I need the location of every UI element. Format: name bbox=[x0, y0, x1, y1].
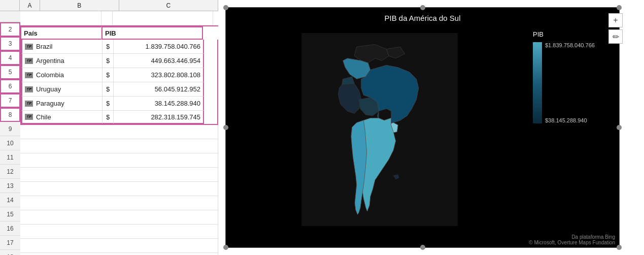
cell-colombia-value[interactable]: 323.802.808.108 bbox=[114, 68, 204, 82]
resize-handle-tm[interactable] bbox=[420, 5, 425, 10]
uruguay-label: Uruguay bbox=[36, 85, 61, 93]
empty-row-13 bbox=[20, 182, 218, 196]
cell-argentina-name[interactable]: 🗺 Argentina bbox=[21, 54, 103, 68]
cell-uruguay-dollar[interactable]: $ bbox=[103, 82, 114, 97]
legend-labels: $1.839.758.040.766 $38.145.288.940 bbox=[542, 42, 595, 123]
legend-area: PIB $1.839.758.040.766 $38.145.288.940 bbox=[533, 25, 619, 233]
table-row-chile: 🗺 Chile $ 282.318.159.745 bbox=[20, 111, 218, 125]
legend-min-label: $38.145.288.940 bbox=[545, 117, 595, 123]
cell-a1[interactable] bbox=[20, 11, 101, 25]
resize-handle-bl[interactable] bbox=[223, 245, 228, 250]
col-header-c[interactable]: C bbox=[119, 0, 218, 11]
col-header-a[interactable]: A bbox=[20, 0, 40, 11]
flag-icon-brazil: 🗺 bbox=[25, 44, 33, 50]
cell-colombia-dollar[interactable]: $ bbox=[103, 68, 114, 82]
cell-chile-value[interactable]: 282.318.159.745 bbox=[114, 111, 204, 124]
row-num-15: 15 bbox=[0, 207, 20, 221]
argentina-label: Argentina bbox=[36, 57, 64, 65]
empty-row-12 bbox=[20, 168, 218, 182]
chart: PIB da América do Sul bbox=[225, 7, 620, 248]
legend-gradient-bar bbox=[533, 42, 542, 123]
cell-brazil-value[interactable]: 1.839.758.040.766 bbox=[114, 40, 204, 54]
empty-row-17 bbox=[20, 239, 218, 253]
chile-label: Chile bbox=[36, 113, 51, 121]
spreadsheet: A B C 2 3 4 5 6 7 8 9 10 11 12 13 14 15 bbox=[0, 0, 644, 255]
cell-brazil-dollar[interactable]: $ bbox=[103, 40, 114, 54]
col-headers: A B C bbox=[0, 0, 218, 11]
chart-footer-line1: Da plataforma Bing bbox=[230, 234, 615, 240]
left-panel: A B C 2 3 4 5 6 7 8 9 10 11 12 13 14 15 bbox=[0, 0, 218, 255]
chart-body: PIB $1.839.758.040.766 $38.145.288.940 bbox=[226, 25, 619, 233]
cell-paraguay-name[interactable]: 🗺 Paraguay bbox=[21, 97, 103, 111]
legend-max-label: $1.839.758.040.766 bbox=[545, 42, 595, 48]
flag-icon-argentina: 🗺 bbox=[25, 58, 33, 64]
colombia-label: Colombia bbox=[36, 71, 64, 79]
table-row-brazil: 🗺 Brazil $ 1.839.758.040.766 bbox=[20, 40, 218, 54]
table-row-argentina: 🗺 Argentina $ 449.663.446.954 bbox=[20, 54, 218, 68]
row-num-14: 14 bbox=[0, 193, 20, 207]
flag-icon-paraguay: 🗺 bbox=[25, 101, 33, 107]
plus-icon: + bbox=[613, 16, 618, 25]
table-row-uruguay: 🗺 Uruguay $ 56.045.912.952 bbox=[20, 82, 218, 97]
flag-icon-uruguay: 🗺 bbox=[25, 86, 33, 92]
corner-cell bbox=[0, 0, 20, 11]
empty-row-14 bbox=[20, 196, 218, 210]
row-num-10: 10 bbox=[0, 136, 20, 150]
legend-bar-container: $1.839.758.040.766 $38.145.288.940 bbox=[533, 42, 595, 123]
cell-argentina-dollar[interactable]: $ bbox=[103, 54, 114, 68]
chart-region: PIB da América do Sul bbox=[218, 0, 644, 255]
resize-handle-br[interactable] bbox=[617, 245, 622, 250]
header-pais[interactable]: País bbox=[20, 26, 101, 40]
add-element-button[interactable]: + bbox=[608, 13, 623, 27]
table-row-header: País PIB bbox=[20, 25, 218, 40]
cell-chile-name[interactable]: 🗺 Chile bbox=[21, 111, 103, 124]
header-pib[interactable]: PIB bbox=[101, 26, 203, 40]
pencil-icon: ✏ bbox=[613, 32, 619, 42]
empty-row-9 bbox=[20, 125, 218, 139]
cell-brazil-name[interactable]: 🗺 Brazil bbox=[21, 40, 103, 54]
resize-handle-bm[interactable] bbox=[420, 245, 425, 250]
cell-b1[interactable] bbox=[101, 11, 113, 25]
chart-title: PIB da América do Sul bbox=[226, 8, 619, 25]
legend-title: PIB bbox=[533, 30, 544, 38]
row-num-3: 3 bbox=[0, 37, 20, 51]
row-num-18: 18 bbox=[0, 250, 20, 255]
table-data: País PIB 🗺 Brazil $ 1.839.758.040.766 🗺 bbox=[20, 11, 218, 255]
edit-button[interactable]: ✏ bbox=[608, 29, 623, 44]
row-numbers: 2 3 4 5 6 7 8 9 10 11 12 13 14 15 16 17 … bbox=[0, 11, 20, 255]
empty-row-18 bbox=[20, 253, 218, 255]
empty-row-15 bbox=[20, 210, 218, 225]
table-row-paraguay: 🗺 Paraguay $ 38.145.288.940 bbox=[20, 97, 218, 111]
row-num-11: 11 bbox=[0, 150, 20, 165]
resize-handle-tl[interactable] bbox=[223, 5, 228, 10]
cell-c1[interactable] bbox=[113, 11, 213, 25]
col-header-b[interactable]: B bbox=[40, 0, 119, 11]
resize-handle-tr[interactable] bbox=[617, 5, 622, 10]
cell-colombia-name[interactable]: 🗺 Colombia bbox=[21, 68, 103, 82]
row-empty-1 bbox=[20, 11, 218, 25]
empty-row-10 bbox=[20, 139, 218, 153]
cell-uruguay-value[interactable]: 56.045.912.952 bbox=[114, 82, 204, 97]
paraguay-label: Paraguay bbox=[36, 100, 64, 107]
chart-wrapper: PIB da América do Sul bbox=[221, 3, 624, 252]
cell-uruguay-name[interactable]: 🗺 Uruguay bbox=[21, 82, 103, 97]
row-num-1 bbox=[0, 11, 20, 22]
flag-icon-chile: 🗺 bbox=[25, 114, 33, 120]
cell-argentina-value[interactable]: 449.663.446.954 bbox=[114, 54, 204, 68]
cell-paraguay-value[interactable]: 38.145.288.940 bbox=[114, 97, 204, 111]
row-num-2: 2 bbox=[0, 22, 20, 37]
cell-paraguay-dollar[interactable]: $ bbox=[103, 97, 114, 111]
chart-toolbar: + ✏ bbox=[608, 13, 623, 44]
row-num-17: 17 bbox=[0, 236, 20, 250]
row-num-4: 4 bbox=[0, 51, 20, 65]
row-num-8: 8 bbox=[0, 108, 20, 122]
flag-icon-colombia: 🗺 bbox=[25, 72, 33, 78]
row-num-9: 9 bbox=[0, 122, 20, 136]
table-row-colombia: 🗺 Colombia $ 323.802.808.108 bbox=[20, 68, 218, 82]
empty-row-16 bbox=[20, 225, 218, 239]
row-num-12: 12 bbox=[0, 165, 20, 179]
south-america-map bbox=[293, 33, 466, 226]
row-num-7: 7 bbox=[0, 93, 20, 108]
cell-chile-dollar[interactable]: $ bbox=[103, 111, 114, 124]
brazil-label: Brazil bbox=[36, 43, 53, 50]
